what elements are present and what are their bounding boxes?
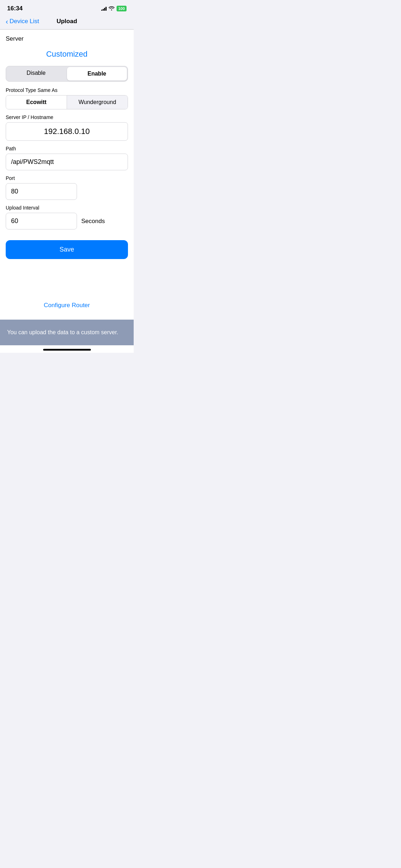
enable-toggle-container: Disable Enable <box>0 66 134 87</box>
protocol-label: Protocol Type Same As <box>6 87 128 93</box>
nav-bar: ‹ Device List Upload <box>0 15 134 30</box>
upload-interval-label: Upload Interval <box>6 205 128 211</box>
interval-row: Seconds <box>6 213 128 229</box>
home-indicator-bar <box>43 349 91 351</box>
server-type-value: Customized <box>0 45 134 66</box>
port-section: Port <box>0 175 134 205</box>
enable-option[interactable]: Enable <box>67 67 127 81</box>
disable-option[interactable]: Disable <box>6 66 66 81</box>
status-icons: 100 <box>101 6 127 11</box>
tooltip-banner: You can upload the data to a custom serv… <box>0 320 134 345</box>
protocol-group: Ecowitt Wunderground <box>6 95 128 109</box>
save-button-container: Save <box>0 234 134 266</box>
status-bar: 16:34 100 <box>0 0 134 15</box>
content-area: Server Customized Disable Enable Protoco… <box>0 30 134 320</box>
battery-icon: 100 <box>117 6 127 11</box>
back-button[interactable]: ‹ Device List <box>6 18 39 25</box>
back-label: Device List <box>10 18 39 25</box>
home-indicator <box>0 345 134 353</box>
spacer <box>0 266 134 295</box>
enable-toggle-group: Disable Enable <box>6 66 128 82</box>
port-label: Port <box>6 175 128 181</box>
interval-unit: Seconds <box>81 218 105 225</box>
port-input[interactable] <box>6 183 77 200</box>
path-label: Path <box>6 146 128 151</box>
chevron-left-icon: ‹ <box>6 18 8 25</box>
status-time: 16:34 <box>7 5 22 12</box>
wifi-icon <box>109 6 114 11</box>
protocol-section: Protocol Type Same As Ecowitt Wundergrou… <box>0 87 134 114</box>
save-button[interactable]: Save <box>6 240 128 259</box>
upload-interval-section: Upload Interval Seconds <box>0 205 134 234</box>
configure-router-link[interactable]: Configure Router <box>44 302 90 309</box>
path-input[interactable] <box>6 154 128 170</box>
signal-icon <box>101 6 107 11</box>
wunderground-option[interactable]: Wunderground <box>67 95 128 109</box>
configure-router-container: Configure Router <box>0 295 134 320</box>
upload-interval-input[interactable] <box>6 213 77 229</box>
server-ip-label: Server IP / Hostname <box>6 114 128 120</box>
server-ip-input[interactable] <box>6 122 128 141</box>
server-ip-section: Server IP / Hostname <box>0 114 134 146</box>
path-section: Path <box>0 146 134 175</box>
server-section-label: Server <box>0 30 134 45</box>
tooltip-text: You can upload the data to a custom serv… <box>7 329 118 335</box>
page-title: Upload <box>57 18 77 25</box>
ecowitt-option[interactable]: Ecowitt <box>6 95 67 109</box>
